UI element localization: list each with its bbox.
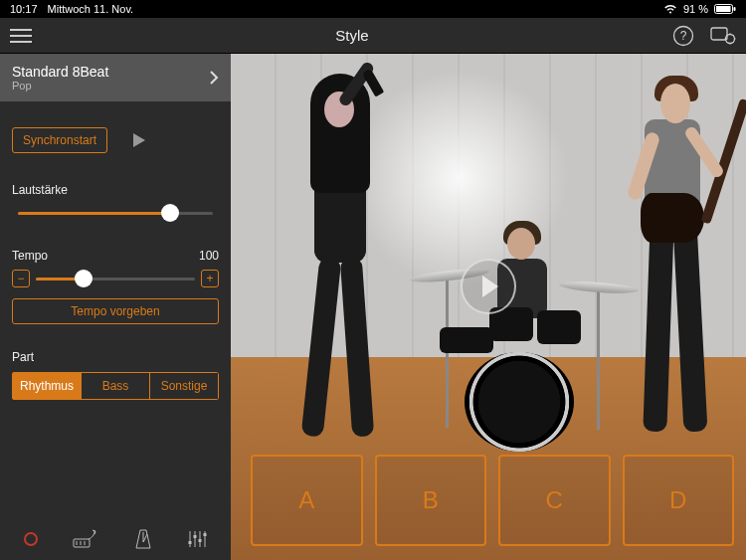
section-marker-c[interactable]: C [498,455,611,546]
volume-label: Lautstärke [12,183,68,197]
svg-rect-2 [734,7,736,11]
part-option-bass[interactable]: Bass [82,372,150,400]
tempo-label: Tempo [12,249,48,263]
part-option-sonstige[interactable]: Sonstige [150,372,219,400]
section-marker-b[interactable]: B [375,455,487,546]
svg-rect-1 [716,6,731,12]
status-bar: 10:17 Mittwoch 11. Nov. 91 % [0,0,746,18]
svg-rect-5 [711,28,727,40]
guitarist-figure [603,84,732,481]
tap-tempo-button[interactable]: Tempo vorgeben [12,298,219,324]
tempo-value: 100 [199,249,219,263]
svg-text:?: ? [680,29,687,43]
status-time: 10:17 [10,3,38,15]
section-markers: A B C D [251,455,734,546]
chevron-right-icon [209,70,219,86]
preset-name: Standard 8Beat [12,64,209,80]
sidebar: Standard 8Beat Pop Synchronstart Lautstä… [0,54,231,560]
svg-rect-7 [74,539,90,547]
sync-start-button[interactable]: Synchronstart [12,127,107,153]
record-button[interactable] [24,532,38,546]
battery-text: 91 % [683,3,708,15]
wifi-icon [663,4,677,14]
tempo-decrease-button[interactable]: − [12,270,30,287]
drummer-figure [420,233,619,462]
part-label: Part [12,350,219,364]
part-option-rhythmus[interactable]: Rhythmus [12,372,82,400]
tempo-slider[interactable] [36,269,195,288]
section-marker-d[interactable]: D [623,455,735,546]
menu-button[interactable] [10,29,32,43]
svg-rect-10 [199,539,202,542]
bottom-toolbar [0,518,231,560]
battery-icon [714,4,736,14]
svg-rect-11 [204,533,207,536]
vocalist-figure [280,74,400,462]
part-segmented: Rhythmus Bass Sonstige [12,372,219,400]
metronome-button[interactable] [134,528,152,550]
volume-slider[interactable] [18,203,213,223]
settings-icon[interactable] [710,25,736,47]
tempo-increase-button[interactable]: + [201,270,219,287]
help-icon[interactable]: ? [672,25,694,47]
play-button[interactable] [133,133,145,147]
mixer-button[interactable] [187,529,207,549]
chord-view-button[interactable] [73,529,98,549]
page-title: Style [32,27,672,44]
svg-rect-8 [189,541,192,544]
section-marker-a[interactable]: A [251,455,363,546]
status-date: Mittwoch 11. Nov. [48,3,134,15]
preset-genre: Pop [12,80,209,92]
top-bar: Style ? [0,18,746,54]
preset-selector[interactable]: Standard 8Beat Pop [0,54,231,101]
stage-preview: A B C D [231,54,746,560]
stage-play-button[interactable] [461,259,516,314]
svg-rect-9 [194,535,197,538]
